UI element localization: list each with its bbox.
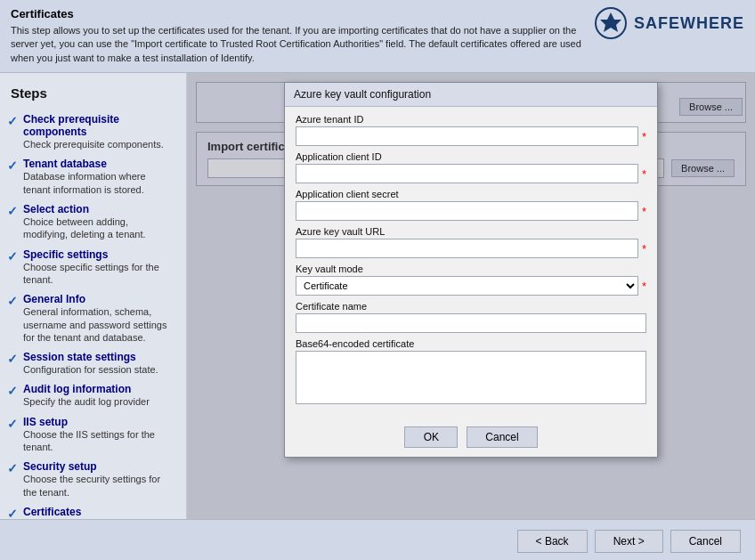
modal-subheader: Azure key vault configuration [285,83,657,107]
sidebar-item-general-info: ✓ General Info General information, sche… [0,289,186,347]
check-icon-5: ✓ [7,294,20,308]
sidebar-item-title-9: Security setup [23,460,175,473]
check-icon-4: ✓ [7,249,20,264]
page-description: This step allows you to set up the certi… [11,24,595,65]
content-area: Please choose your SSL certificate Brows… [187,73,755,519]
back-button[interactable]: < Back [517,530,588,553]
sidebar-item-certificates: ✓ Certificates [0,502,186,519]
header: Certificates This step allows you to set… [0,0,755,73]
header-left: Certificates This step allows you to set… [11,7,595,65]
app-client-id-label: Application client ID [296,151,646,162]
key-vault-mode-select[interactable]: Certificate Secret [296,276,638,296]
sidebar-item-title-3: Select action [23,203,175,215]
app-client-id-input[interactable] [296,164,638,183]
page-title: Certificates [11,7,595,20]
modal-body: Azure tenant ID * Application client ID … [285,107,657,419]
sidebar-item-desc-3: Choice between adding, modifying, deleti… [23,215,175,241]
tenant-id-group: Azure tenant ID * [296,114,646,146]
key-vault-mode-label: Key vault mode [296,264,646,274]
key-vault-url-group: Azure key vault URL * [296,226,646,258]
cancel-modal-button[interactable]: Cancel [467,426,537,448]
key-vault-url-input[interactable] [296,239,638,258]
footer: < Back Next > Cancel [0,519,755,560]
check-icon-3: ✓ [7,204,20,218]
sidebar-item-check-prereq: ✓ Check prerequisite components Check pr… [0,110,186,154]
sidebar-item-desc-6: Configuration for session state. [23,363,158,376]
tenant-id-required: * [642,130,646,143]
app-client-secret-group: Application client secret * [296,189,646,221]
key-vault-mode-row: Certificate Secret * [296,276,646,296]
check-icon-8: ✓ [7,417,20,431]
cert-name-input[interactable] [296,313,646,333]
tenant-id-row: * [296,126,646,146]
key-vault-mode-group: Key vault mode Certificate Secret * [296,264,646,296]
sidebar-item-security-setup: ✓ Security setup Choose the security set… [0,457,186,502]
modal-footer: OK Cancel [285,419,657,457]
cancel-button[interactable]: Cancel [670,530,741,553]
app-client-secret-required: * [642,205,646,218]
sidebar-item-desc-7: Specify the audit log provider [23,395,150,408]
sidebar-item-title-10: Certificates [23,506,81,518]
sidebar-item-desc-8: Choose the IIS settings for the tenant. [23,428,175,454]
safewhere-logo-icon [595,7,627,39]
tenant-id-label: Azure tenant ID [296,114,646,125]
sidebar-item-desc-2: Database information where tenant inform… [23,170,175,196]
logo-text: SAFEWHERE [634,14,744,33]
app-client-secret-label: Application client secret [296,189,646,199]
sidebar-item-desc-9: Choose the security settings for the ten… [23,473,175,499]
check-icon-2: ✓ [7,158,20,173]
tenant-id-input[interactable] [296,126,638,146]
sidebar-item-title-2: Tenant database [23,158,175,170]
app-client-id-group: Application client ID * [296,151,646,183]
app-client-id-row: * [296,164,646,183]
key-vault-url-label: Azure key vault URL [296,226,646,237]
sidebar-item-title-5: General Info [23,293,175,305]
sidebar-item-iis-setup: ✓ IIS setup Choose the IIS settings for … [0,412,186,458]
svg-marker-1 [600,12,621,32]
base64-cert-textarea[interactable] [296,351,646,404]
check-icon-9: ✓ [7,461,20,475]
cert-name-label: Certificate name [296,301,646,312]
next-button[interactable]: Next > [595,530,663,553]
sidebar-item-desc-1: Check prerequisite components. [23,138,175,150]
sidebar-item-title-1: Check prerequisite components [23,113,175,138]
modal-overlay: Azure key vault configuration Azure tena… [187,73,755,519]
sidebar-item-audit-log: ✓ Audit log information Specify the audi… [0,379,186,411]
app-client-secret-input[interactable] [296,201,638,221]
key-vault-url-required: * [642,242,646,256]
check-icon-6: ✓ [7,352,20,366]
cert-name-group: Certificate name [296,301,646,333]
base64-cert-label: Base64-encoded certificate [296,338,646,349]
sidebar-item-tenant-db: ✓ Tenant database Database information w… [0,154,186,199]
cert-name-row [296,313,646,333]
main-area: Steps ✓ Check prerequisite components Ch… [0,73,755,519]
sidebar-item-desc-5: General information, schema, username an… [23,305,175,344]
sidebar: Steps ✓ Check prerequisite components Ch… [0,73,187,519]
azure-keyvault-modal: Azure key vault configuration Azure tena… [284,82,658,458]
base64-cert-group: Base64-encoded certificate [296,338,646,407]
check-icon-10: ✓ [7,507,20,519]
app-client-id-required: * [642,167,646,181]
key-vault-mode-required: * [642,280,646,293]
sidebar-title: Steps [0,82,186,110]
sidebar-item-title-8: IIS setup [23,416,175,428]
sidebar-item-desc-4: Choose specific settings for the tenant. [23,261,175,287]
logo-area: SAFEWHERE [595,7,744,39]
sidebar-item-title-4: Specific settings [23,248,175,261]
ok-button[interactable]: OK [404,426,458,448]
sidebar-item-select-action: ✓ Select action Choice between adding, m… [0,199,186,245]
key-vault-url-row: * [296,239,646,258]
app-client-secret-row: * [296,201,646,221]
check-icon-1: ✓ [7,114,20,128]
sidebar-item-specific-settings: ✓ Specific settings Choose specific sett… [0,245,186,290]
sidebar-item-session-state: ✓ Session state settings Configuration f… [0,347,186,379]
sidebar-item-title-6: Session state settings [23,351,158,363]
check-icon-7: ✓ [7,384,20,398]
sidebar-item-title-7: Audit log information [23,383,150,395]
